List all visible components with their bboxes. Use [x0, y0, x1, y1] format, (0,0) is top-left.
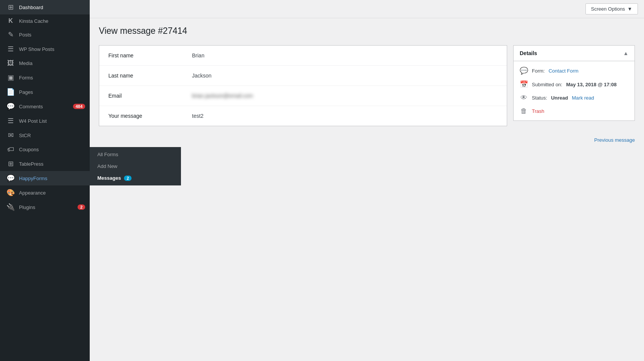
sidebar-item-label: Dashboard	[19, 5, 85, 10]
page-title: View message #27414	[99, 26, 635, 36]
content-layout: First name Brian Last name Jackson Email…	[99, 45, 635, 126]
forms-icon: ▣	[6, 73, 15, 82]
sidebar-item-label: Posts	[19, 32, 85, 38]
details-submitted-row: 📅 Submitted on: May 13, 2018 @ 17:08	[520, 80, 628, 89]
sidebar-item-tablepress[interactable]: ⊞ TablePress	[0, 157, 90, 171]
sidebar-item-appearance[interactable]: 🎨 Appearance	[0, 185, 90, 200]
trash-link[interactable]: Trash	[532, 108, 544, 114]
sidebar-item-dashboard[interactable]: ⊞ Dashboard	[0, 0, 90, 14]
content-area: View message #27414 First name Brian Las…	[90, 18, 644, 361]
sidebar-item-plugins[interactable]: 🔌 Plugins 2	[0, 200, 90, 214]
sidebar-item-label: Media	[19, 60, 85, 66]
details-form-row: 💬 Form: Contact Form	[520, 66, 628, 75]
plugins-badge: 2	[78, 204, 85, 210]
tablepress-icon: ⊞	[6, 160, 15, 168]
details-panel: Details ▲ 💬 Form: Contact Form 📅 Submitt…	[513, 45, 635, 121]
sidebar-item-label: Kinsta Cache	[19, 18, 85, 24]
field-value-message: test2	[192, 113, 498, 119]
table-row: Email brian.jackson@email.com	[99, 86, 507, 106]
submitted-value: May 13, 2018 @ 17:08	[566, 82, 617, 87]
chevron-down-icon: ▼	[627, 6, 632, 12]
posts-icon: ✎	[6, 30, 15, 39]
sidebar-item-wp-show-posts[interactable]: ☰ WP Show Posts	[0, 42, 90, 56]
mark-read-link[interactable]: Mark read	[572, 95, 594, 101]
field-label-first-name: First name	[108, 52, 192, 59]
field-value-first-name: Brian	[192, 52, 498, 59]
stcr-icon: ✉	[6, 131, 15, 139]
media-icon: 🖼	[6, 59, 15, 67]
submenu-item-add-new[interactable]: Add New	[90, 160, 181, 172]
sidebar-item-posts[interactable]: ✎ Posts	[0, 27, 90, 42]
submitted-label: Submitted on:	[532, 82, 562, 87]
form-icon: 💬	[520, 66, 528, 75]
sidebar-item-w4-post-list[interactable]: ☰ W4 Post List	[0, 114, 90, 128]
sidebar-item-stcr[interactable]: ✉ StCR	[0, 128, 90, 142]
sidebar: ⊞ Dashboard K Kinsta Cache ✎ Posts ☰ WP …	[0, 0, 90, 361]
details-title: Details	[520, 50, 537, 56]
status-label: Status:	[532, 95, 547, 101]
chevron-up-icon: ▲	[623, 50, 628, 56]
previous-message-link[interactable]: Previous message	[594, 137, 635, 143]
kinsta-icon: K	[6, 17, 15, 24]
sidebar-item-label: Comments	[19, 104, 69, 109]
sidebar-item-label: WP Show Posts	[19, 46, 85, 52]
trash-icon: 🗑	[520, 107, 528, 115]
field-value-email: brian.jackson@email.com	[192, 93, 498, 99]
submenu-item-messages[interactable]: Messages 2	[90, 172, 181, 184]
details-trash-row: 🗑 Trash	[520, 107, 628, 115]
details-body: 💬 Form: Contact Form 📅 Submitted on: May…	[514, 61, 634, 120]
sidebar-item-media[interactable]: 🖼 Media	[0, 56, 90, 70]
sidebar-item-label: StCR	[19, 133, 85, 138]
sidebar-item-label: Pages	[19, 89, 85, 95]
plugins-icon: 🔌	[6, 203, 15, 211]
sidebar-item-pages[interactable]: 📄 Pages	[0, 85, 90, 99]
field-label-last-name: Last name	[108, 73, 192, 79]
details-status-row: 👁 Status: Unread Mark read	[520, 94, 628, 102]
sidebar-item-label: HappyForms	[19, 176, 85, 181]
field-label-message: Your message	[108, 113, 192, 119]
form-label: Form:	[532, 68, 545, 74]
table-row: Last name Jackson	[99, 66, 507, 86]
message-card: First name Brian Last name Jackson Email…	[99, 45, 507, 126]
dashboard-icon: ⊞	[6, 3, 15, 11]
field-label-email: Email	[108, 93, 192, 99]
field-value-last-name: Jackson	[192, 73, 498, 79]
table-row: First name Brian	[99, 46, 507, 66]
form-link[interactable]: Contact Form	[549, 68, 579, 74]
sidebar-item-label: Appearance	[19, 190, 85, 196]
w4-icon: ☰	[6, 117, 15, 125]
coupons-icon: 🏷	[6, 146, 15, 154]
screen-options-button[interactable]: Screen Options ▼	[585, 3, 638, 14]
comments-icon: 💬	[6, 102, 15, 111]
sidebar-item-label: TablePress	[19, 161, 85, 167]
wp-show-posts-icon: ☰	[6, 45, 15, 53]
sidebar-item-comments[interactable]: 💬 Comments 484	[0, 99, 90, 114]
details-header: Details ▲	[514, 46, 634, 61]
eye-icon: 👁	[520, 94, 528, 102]
submenu-label: All Forms	[97, 152, 118, 157]
sidebar-item-forms[interactable]: ▣ Forms	[0, 70, 90, 85]
sidebar-item-label: Coupons	[19, 147, 85, 152]
comments-badge: 484	[73, 104, 85, 109]
submenu-item-all-forms[interactable]: All Forms	[90, 149, 181, 160]
status-value: Unread	[551, 95, 568, 101]
appearance-icon: 🎨	[6, 188, 15, 197]
pages-icon: 📄	[6, 88, 15, 96]
screen-options-label: Screen Options	[591, 6, 625, 12]
happyforms-submenu: All Forms Add New Messages 2	[90, 147, 181, 185]
table-row: Your message test2	[99, 106, 507, 126]
happyforms-icon: 💬	[6, 174, 15, 182]
sidebar-item-label: Forms	[19, 75, 85, 81]
sidebar-item-coupons[interactable]: 🏷 Coupons	[0, 142, 90, 157]
sidebar-item-kinsta-cache[interactable]: K Kinsta Cache	[0, 14, 90, 27]
sidebar-item-label: Plugins	[19, 204, 74, 210]
nav-link-area: Previous message	[99, 132, 635, 147]
messages-badge: 2	[124, 176, 132, 181]
submenu-label: Messages	[97, 175, 121, 181]
topbar: Screen Options ▼	[90, 0, 644, 18]
submenu-label: Add New	[97, 163, 117, 169]
sidebar-item-label: W4 Post List	[19, 118, 85, 124]
sidebar-item-happyforms[interactable]: 💬 HappyForms All Forms Add New Messages …	[0, 171, 90, 185]
calendar-icon: 📅	[520, 80, 528, 89]
